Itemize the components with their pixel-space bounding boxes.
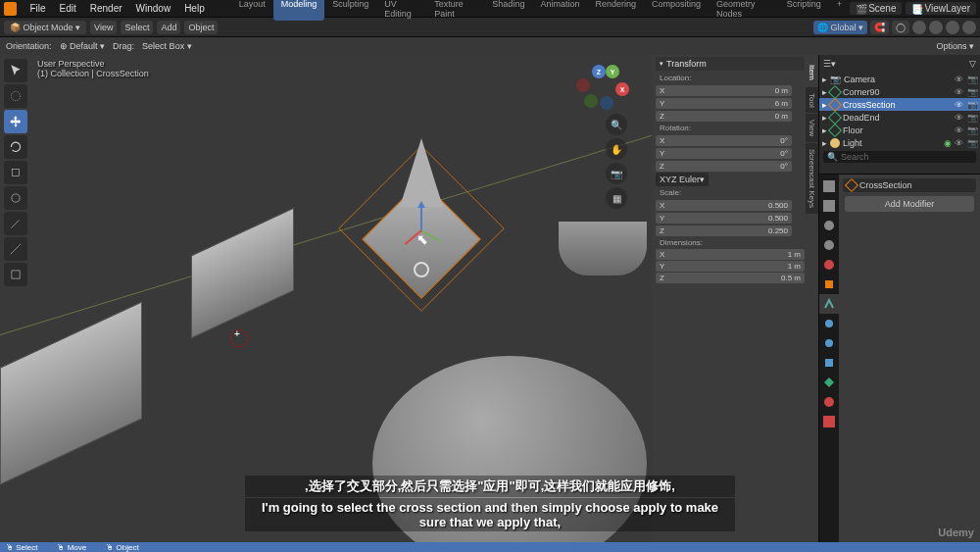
header-select[interactable]: Select <box>121 21 153 34</box>
loc-y[interactable]: Y6 m <box>656 98 792 109</box>
header-view[interactable]: View <box>90 21 117 34</box>
nav-persp-icon[interactable]: ▦ <box>606 187 627 209</box>
mesh-corner[interactable] <box>191 208 294 339</box>
outliner-search[interactable]: 🔍Search <box>823 151 976 163</box>
gizmo-ny-icon[interactable] <box>584 94 598 108</box>
proptab-scene[interactable] <box>819 235 839 255</box>
gizmo-nz-icon[interactable] <box>600 96 613 110</box>
tool-scale[interactable] <box>4 161 27 184</box>
tool-cursor[interactable] <box>4 84 27 108</box>
eye-icon[interactable]: 👁 <box>955 125 964 135</box>
tab-shading[interactable]: Shading <box>484 0 532 21</box>
shading-wireframe[interactable] <box>912 21 926 34</box>
tab-texturepaint[interactable]: Texture Paint <box>426 0 484 21</box>
gizmo-nx-icon[interactable] <box>576 78 590 92</box>
transform-header[interactable]: Transform <box>656 57 805 71</box>
tab-geonodes[interactable]: Geometry Nodes <box>709 0 779 21</box>
filter-icon[interactable]: ▽ <box>969 59 976 69</box>
lock-icon[interactable] <box>793 199 805 211</box>
menu-render[interactable]: Render <box>83 3 129 14</box>
property-objectname[interactable]: CrossSection <box>843 178 976 192</box>
eye-icon[interactable]: 👁 <box>955 113 964 123</box>
render-icon[interactable]: 📷 <box>967 100 977 110</box>
proptab-particles[interactable] <box>819 314 839 333</box>
render-icon[interactable]: 📷 <box>967 87 977 97</box>
rot-x[interactable]: X0° <box>656 135 792 146</box>
shading-matpreview[interactable] <box>946 21 959 34</box>
tool-annotate[interactable] <box>4 212 27 235</box>
outliner-camera[interactable]: ▸📷Camera👁📷 <box>819 73 980 85</box>
tab-modeling[interactable]: Modeling <box>273 0 325 21</box>
sidetab-tool[interactable]: Tool <box>806 87 818 114</box>
tab-rendering[interactable]: Rendering <box>587 0 644 21</box>
mode-selector[interactable]: 📦 Object Mode ▾ <box>4 21 86 34</box>
proptab-world[interactable] <box>819 255 839 275</box>
dim-x[interactable]: X1 m <box>656 249 805 260</box>
nav-pan-icon[interactable]: ✋ <box>606 138 627 160</box>
eye-icon[interactable]: 👁 <box>955 75 964 84</box>
render-icon[interactable]: 📷 <box>967 113 977 123</box>
lock-icon[interactable] <box>793 212 805 224</box>
render-icon[interactable]: 📷 <box>967 138 977 148</box>
nav-gizmo[interactable]: Z Y X <box>580 65 627 112</box>
proptab-output[interactable] <box>819 196 839 216</box>
gizmo-y-icon[interactable]: Y <box>606 65 619 78</box>
dim-y[interactable]: Y1 m <box>656 261 805 272</box>
lock-icon[interactable] <box>793 134 805 146</box>
proptab-object[interactable] <box>819 275 839 294</box>
menu-edit[interactable]: Edit <box>53 3 83 14</box>
tool-transform[interactable] <box>4 186 27 210</box>
rot-y[interactable]: Y0° <box>656 148 792 159</box>
outliner-deadend[interactable]: ▸DeadEnd👁📷 <box>819 111 980 124</box>
tool-addcube[interactable] <box>4 263 27 286</box>
proptab-modifier[interactable] <box>819 294 839 314</box>
render-icon[interactable]: 📷 <box>967 75 977 84</box>
menu-window[interactable]: Window <box>129 3 178 14</box>
eye-icon[interactable]: 👁 <box>955 138 964 148</box>
proptab-material[interactable] <box>819 392 839 412</box>
render-icon[interactable]: 📷 <box>967 125 977 135</box>
tab-uvediting[interactable]: UV Editing <box>376 0 426 21</box>
sidetab-screencast[interactable]: Screencast Keys <box>806 143 818 214</box>
scene-selector[interactable]: 🎬Scene <box>850 2 902 15</box>
scale-x[interactable]: X0.500 <box>656 200 792 211</box>
loc-z[interactable]: Z0 m <box>656 111 792 122</box>
eye-icon[interactable]: 👁 <box>955 87 964 97</box>
nav-camera-icon[interactable]: 📷 <box>606 163 627 184</box>
3d-viewport[interactable]: ⬉ User Perspective (1) Collection | Cros… <box>0 55 818 542</box>
outliner-light[interactable]: ▸Light◉👁📷 <box>819 136 980 149</box>
rot-z[interactable]: Z0° <box>656 161 792 172</box>
lock-icon[interactable] <box>793 147 805 159</box>
tab-add[interactable]: + <box>829 0 850 21</box>
tool-move[interactable] <box>4 110 27 133</box>
lock-icon[interactable] <box>793 160 805 172</box>
eye-icon[interactable]: 👁 <box>955 100 964 110</box>
tab-scripting[interactable]: Scripting <box>779 0 829 21</box>
options-dropdown[interactable]: Options ▾ <box>936 41 974 51</box>
scale-y[interactable]: Y0.500 <box>656 213 792 224</box>
sidetab-view[interactable]: View <box>806 114 818 142</box>
proptab-render[interactable] <box>819 176 839 196</box>
gizmo-z-icon[interactable]: Z <box>592 65 606 78</box>
header-object[interactable]: Object <box>184 21 218 34</box>
proptab-constraint[interactable] <box>819 353 839 373</box>
lock-icon[interactable] <box>793 225 805 236</box>
proportional-toggle[interactable]: ◯ <box>892 21 909 34</box>
lock-icon[interactable] <box>793 97 805 109</box>
shading-solid[interactable] <box>929 21 943 34</box>
menu-file[interactable]: File <box>23 3 52 14</box>
snap-toggle[interactable]: 🧲 <box>870 21 889 34</box>
tool-rotate[interactable] <box>4 135 27 159</box>
nav-zoom-icon[interactable]: 🔍 <box>606 114 627 135</box>
outliner-floor[interactable]: ▸Floor👁📷 <box>819 124 980 136</box>
outliner-corner90[interactable]: ▸Corner90👁📷 <box>819 85 980 98</box>
loc-x[interactable]: X0 m <box>656 85 792 96</box>
dim-z[interactable]: Z0.5 m <box>656 273 805 283</box>
outliner-editor-icon[interactable]: ☰▾ <box>823 59 836 69</box>
orientation-dropdown[interactable]: ⊕ Default ▾ <box>60 41 106 51</box>
tab-layout[interactable]: Layout <box>231 0 273 21</box>
lock-icon[interactable] <box>793 110 805 122</box>
outliner-crosssection[interactable]: ▸CrossSection👁📷 <box>819 98 980 111</box>
drag-dropdown[interactable]: Select Box ▾ <box>142 41 192 51</box>
proptab-data[interactable] <box>819 373 839 392</box>
